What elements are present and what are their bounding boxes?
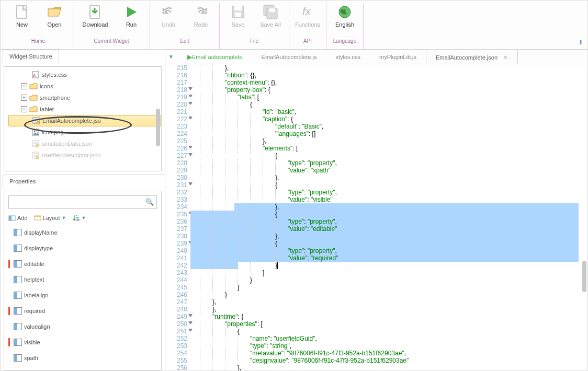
editor-tab[interactable]: EmailAutocomplete.json✕ [426, 50, 518, 64]
code-line[interactable]: "properties": [ [200, 320, 587, 328]
tab-dropdown-icon[interactable]: ▼ [165, 50, 177, 64]
properties-tab[interactable]: Properties [3, 175, 167, 188]
ribbon-group-api: fxFunctionsAPI [289, 3, 326, 49]
scrollbar-thumb[interactable] [156, 109, 160, 146]
property-name: required [24, 308, 45, 314]
property-row[interactable]: labelalign [8, 287, 157, 303]
widget-structure-tab[interactable]: Widget Structure [3, 50, 59, 63]
run-button[interactable]: Run [116, 3, 146, 38]
code-line[interactable]: "type": "string", [200, 342, 587, 350]
editor-tab[interactable]: myPluginLib.js [370, 50, 426, 64]
code-line[interactable]: "type": "property", [200, 159, 587, 167]
ribbon-label: Download [83, 21, 108, 28]
tree-file[interactable]: Astyles.css [8, 69, 161, 80]
properties-search-input[interactable] [8, 195, 157, 209]
code-line[interactable]: "type": "property", [200, 218, 587, 225]
code-line[interactable]: }, [200, 137, 587, 145]
add-property-button[interactable]: Add [8, 214, 28, 222]
code-line[interactable]: "runtime": { [200, 313, 587, 320]
code-line[interactable]: "caption": { [200, 115, 587, 123]
tree-folder[interactable]: +tablet [8, 103, 161, 115]
property-row[interactable]: editable [8, 256, 157, 272]
code-line[interactable]: "tabs": [ [200, 94, 587, 101]
property-row[interactable]: helptext [8, 272, 157, 287]
code-line[interactable]: { [200, 101, 587, 108]
file-icon [31, 140, 40, 147]
code-line[interactable]: { [200, 211, 587, 218]
expand-icon[interactable]: + [21, 83, 27, 89]
tree-folder[interactable]: +smartphone [8, 92, 161, 103]
code-line[interactable]: { [200, 152, 587, 159]
tree-file[interactable]: userfielddescriptor.json [8, 149, 161, 161]
code-line[interactable]: } [200, 262, 587, 269]
code-line[interactable]: "value": "required" [200, 254, 587, 262]
sort-button[interactable]: ▼ [73, 214, 86, 222]
code-line[interactable]: "type": "property", [200, 189, 587, 196]
search-icon[interactable]: 🔍 [145, 198, 154, 206]
undo-button: Undo [153, 3, 184, 38]
ribbon-label: Functions [295, 21, 320, 28]
code-line[interactable]: } [200, 291, 587, 298]
editor-tab[interactable]: EmailAutocomplete.js [252, 50, 326, 64]
code-line[interactable]: "designvalue": "9876006f-f91c-47f3-952a-… [200, 357, 587, 364]
code-line[interactable]: } [200, 276, 587, 284]
code-line[interactable]: }, [200, 298, 587, 306]
code-line[interactable]: "id": "basic", [200, 108, 587, 115]
expand-icon[interactable]: + [21, 95, 27, 101]
property-row[interactable]: required [8, 303, 157, 319]
ribbon-group-file: SaveSave AllFile [220, 3, 289, 49]
property-row[interactable]: displaytype [8, 240, 157, 256]
code-line[interactable]: { [200, 328, 587, 335]
code-line[interactable]: "default": "Basic", [200, 123, 587, 130]
code-line[interactable]: "metavalue": "9876006f-f91c-47f3-952a-b1… [200, 350, 587, 357]
code-editor[interactable]: 2152162172182192202212222232242252262272… [165, 64, 587, 370]
code-line[interactable]: { [200, 240, 587, 247]
code-line[interactable]: "elements": [ [200, 145, 587, 152]
code-line[interactable]: }, [200, 64, 587, 72]
pin-icon[interactable]: ⬆ [578, 39, 583, 46]
code-line[interactable]: "value": "xpath" [200, 167, 587, 174]
code-line[interactable]: }, [200, 364, 587, 370]
property-row[interactable]: visible [8, 334, 157, 350]
code-line[interactable]: "name": "userfieldGuid", [200, 335, 587, 342]
code-line[interactable]: }, [200, 306, 587, 313]
editor-tab[interactable]: styles.css [326, 50, 370, 64]
widget-structure-tree[interactable]: Astyles.css+icons+smartphone+tabletEmail… [4, 66, 161, 171]
code-line[interactable]: "languages": [] [200, 130, 587, 137]
tree-file[interactable]: icon.png [8, 126, 161, 138]
property-row[interactable]: valuealign [8, 319, 157, 334]
code-line[interactable]: "ribbon": {}, [200, 72, 587, 79]
code-line[interactable]: "context-menu": {}, [200, 79, 587, 86]
editor-tab[interactable]: ▶ Email autocomplete [177, 50, 252, 64]
code-line[interactable]: "value": "editable" [200, 225, 587, 233]
open-button[interactable]: Open [39, 3, 70, 38]
save-button: Save [223, 3, 253, 38]
property-name: displaytype [24, 245, 53, 251]
language-button[interactable]: English [330, 3, 360, 38]
expand-icon[interactable]: + [21, 106, 27, 112]
saveall-icon [262, 4, 279, 20]
code-line[interactable]: }, [200, 203, 587, 211]
code-line[interactable]: { [200, 181, 587, 189]
code-line[interactable]: ] [200, 269, 587, 276]
redo-icon [193, 4, 209, 20]
new-button[interactable]: New [7, 3, 37, 38]
code-line[interactable]: }, [200, 233, 587, 240]
code-line[interactable]: ] [200, 284, 587, 291]
tab-label: myPluginLib.js [379, 54, 416, 60]
code-line[interactable]: "type": "property", [200, 247, 587, 254]
code-body[interactable]: },"ribbon": {},"context-menu": {},"prope… [190, 64, 587, 370]
tree-file[interactable]: EmailAutocomplete.jso [8, 115, 161, 126]
property-row[interactable]: displayName [8, 225, 157, 240]
close-icon[interactable]: ✕ [503, 54, 508, 61]
layout-button[interactable]: Layout ▼ [34, 215, 66, 221]
property-row[interactable]: xpath [8, 350, 157, 366]
code-line[interactable]: }, [200, 174, 587, 181]
code-line[interactable]: "property-box": { [200, 86, 587, 94]
download-button[interactable]: Download [76, 3, 114, 38]
svg-point-15 [34, 131, 36, 132]
tree-folder[interactable]: +icons [8, 80, 161, 92]
code-line[interactable]: "value": "visible" [200, 196, 587, 203]
tree-item-label: icon.png [42, 129, 64, 135]
tree-file[interactable]: simulationData.json [8, 138, 161, 149]
